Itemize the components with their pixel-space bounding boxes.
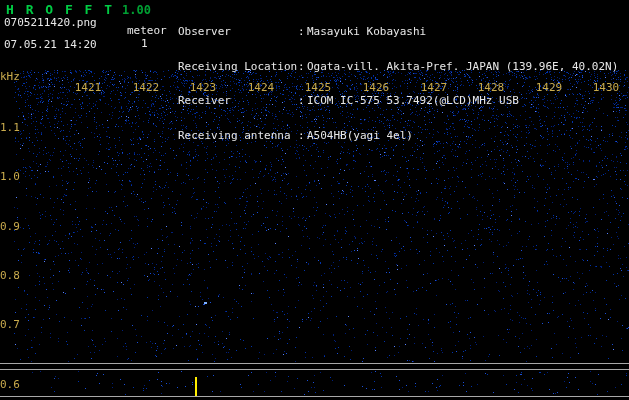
- x-tick-1424: 1424: [248, 81, 275, 94]
- info-row-antenna: Receiving antenna : A504HB(yagi 4el): [178, 130, 618, 142]
- info-value: A504HB(yagi 4el): [307, 130, 413, 142]
- y-tick-0.6: 0.6: [0, 378, 20, 391]
- hrofft-spectrogram-screen: H R O F F T 1.00 0705211420.png meteor 1…: [0, 0, 629, 400]
- info-separator: :: [298, 26, 307, 38]
- app-title: H R O F F T: [6, 2, 114, 17]
- y-tick-0.9: 0.9: [0, 220, 20, 233]
- info-row-observer: Observer : Masayuki Kobayashi: [178, 26, 618, 38]
- info-separator: :: [298, 130, 307, 142]
- info-row-location: Receiving Location : Ogata-vill. Akita-P…: [178, 61, 618, 73]
- app-version: 1.00: [122, 3, 151, 17]
- info-label: Receiver: [178, 95, 298, 107]
- x-tick-1427: 1427: [421, 81, 448, 94]
- x-tick-1423: 1423: [190, 81, 217, 94]
- info-label: Receiving antenna: [178, 130, 298, 142]
- info-value: Masayuki Kobayashi: [307, 26, 426, 38]
- info-label: Receiving Location: [178, 61, 298, 73]
- x-tick-1421: 1421: [75, 81, 102, 94]
- x-tick-1429: 1429: [536, 81, 563, 94]
- info-row-receiver: Receiver : ICOM IC-575 53.7492(@LCD)MHz …: [178, 95, 618, 107]
- info-separator: :: [298, 61, 307, 73]
- y-tick-0.8: 0.8: [0, 269, 20, 282]
- info-label: Observer: [178, 26, 298, 38]
- y-tick-1.0: 1.0: [0, 170, 20, 183]
- info-value: Ogata-vill. Akita-Pref. JAPAN (139.96E, …: [307, 61, 618, 73]
- y-axis-unit-label: kHz: [0, 70, 20, 83]
- x-tick-1426: 1426: [363, 81, 390, 94]
- x-tick-1430: 1430: [593, 81, 620, 94]
- info-value: ICOM IC-575 53.7492(@LCD)MHz USB: [307, 95, 519, 107]
- meteor-count: 1: [141, 37, 148, 50]
- output-filename: 0705211420.png: [4, 16, 97, 29]
- x-tick-1428: 1428: [478, 81, 505, 94]
- x-tick-1425: 1425: [305, 81, 332, 94]
- y-tick-1.1: 1.1: [0, 121, 20, 134]
- datetime-label: 07.05.21 14:20: [4, 38, 97, 51]
- info-separator: :: [298, 95, 307, 107]
- y-tick-0.7: 0.7: [0, 318, 20, 331]
- x-tick-1422: 1422: [133, 81, 160, 94]
- mode-label: meteor: [127, 24, 167, 37]
